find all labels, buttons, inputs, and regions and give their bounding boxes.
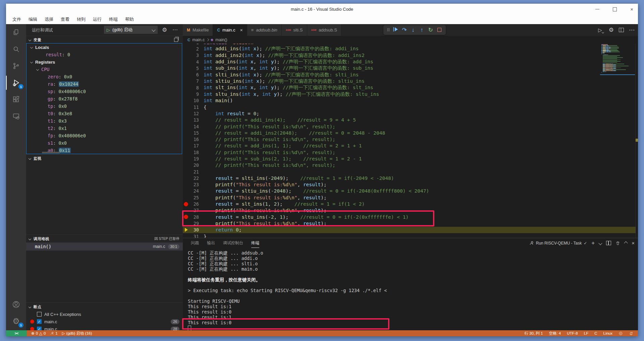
launch-settings-gear-icon[interactable]: ⚙	[162, 27, 167, 33]
run-or-debug-icon[interactable]: ▷	[598, 27, 604, 33]
breakpoints-section-header[interactable]: 断点	[26, 302, 183, 311]
continue-icon[interactable]	[391, 27, 400, 33]
close-panel-icon[interactable]: ×	[632, 240, 635, 246]
call-stack-section-header[interactable]: 调用堆栈 因 STEP 已暂停	[26, 234, 183, 243]
menu-item-查看[interactable]: 查看	[57, 16, 73, 22]
menu-item-选择[interactable]: 选择	[41, 16, 57, 22]
menu-item-转到[interactable]: 转到	[73, 16, 89, 22]
breakpoint-dot-icon[interactable]	[184, 215, 188, 219]
breakpoint-checkbox[interactable]	[37, 312, 42, 317]
terminal-dropdown-chevron-icon[interactable]	[599, 241, 602, 245]
status-item[interactable]: UTF-8	[567, 331, 578, 335]
extensions-icon[interactable]	[6, 91, 26, 108]
menu-item-终端[interactable]: 终端	[105, 16, 121, 22]
tab-close-icon[interactable]: ×	[240, 27, 243, 33]
status-item[interactable]: Linux	[603, 331, 613, 335]
debug-config-dropdown[interactable]: ▷ (gdb) 启动	[104, 26, 158, 34]
restart-icon[interactable]: ↻	[426, 26, 435, 33]
code-editor[interactable]: 1#include "stdio.h"2int addi_ins(int x);…	[183, 44, 636, 238]
variable-row[interactable]: ra: 0x10244	[26, 80, 182, 88]
editor-tab[interactable]: ASMaddsub.S	[307, 24, 342, 36]
editor-tab[interactable]: ≡addsub.bin	[247, 24, 282, 36]
variable-row[interactable]: Locals	[26, 44, 182, 51]
remote-indicator[interactable]: ><	[6, 330, 27, 336]
debug-session-status[interactable]: ▷ (gdb) 启动 (16)	[62, 331, 92, 336]
variable-row[interactable]: zero: 0x0	[26, 73, 182, 80]
feedback-smiley-icon[interactable]	[619, 331, 623, 336]
run-and-debug-icon[interactable]: 1	[6, 74, 26, 91]
locals-chevron-icon[interactable]	[30, 46, 33, 49]
breakpoint-checkbox[interactable]: ✓	[37, 319, 42, 324]
minimize-icon[interactable]	[595, 9, 599, 10]
call-stack-frame[interactable]: main() main.c 30:1	[26, 243, 183, 251]
close-icon[interactable]: ×	[630, 8, 633, 11]
breakpoint-row[interactable]: ✓main.c26	[26, 318, 183, 325]
menu-item-文件[interactable]: 文件	[9, 16, 25, 22]
breadcrumb[interactable]: C main.c ◈ main()	[183, 36, 638, 44]
breadcrumb-file[interactable]: main.c	[192, 38, 205, 42]
remote-explorer-icon[interactable]	[6, 108, 26, 125]
variable-row[interactable]: sp: 0x408006c0	[26, 88, 182, 95]
status-item[interactable]: 行 30, 列 1	[524, 331, 543, 336]
minimap[interactable]	[600, 44, 635, 75]
breakpoint-row[interactable]: All C++ Exceptions	[26, 311, 183, 318]
terminal-output[interactable]: CC -[M] 正在构建 ... addsub.oCC -[M] 正在构建 ..…	[188, 250, 635, 330]
collapse-all-icon[interactable]	[174, 38, 178, 42]
variable-row[interactable]: result: 0	[26, 51, 182, 58]
notifications-bell-icon[interactable]	[629, 331, 633, 336]
cpu-chevron-icon[interactable]	[36, 68, 39, 71]
status-item[interactable]: 空格: 4	[549, 331, 561, 336]
editor-scrollbar[interactable]	[635, 44, 638, 238]
variable-row[interactable]: gp: 0x278f8	[26, 95, 182, 103]
source-control-icon[interactable]	[6, 58, 26, 74]
settings-gear-icon[interactable]: ⚙ 1	[6, 313, 26, 330]
gutter-decoration[interactable]	[183, 228, 189, 232]
panel-tab-问题[interactable]: 问题	[191, 238, 199, 248]
step-into-icon[interactable]: ↓	[409, 27, 418, 33]
variable-row[interactable]: fp: 0x408006e0	[26, 132, 182, 139]
variables-tree[interactable]: Localsresult: 0RegistersCPUzero: 0x0ra: …	[26, 43, 182, 154]
editor-more-actions-icon[interactable]: ⋯	[629, 27, 635, 33]
panel-tab-输出[interactable]: 输出	[207, 238, 215, 248]
variable-row[interactable]: t1: 0x3	[26, 117, 182, 125]
explorer-icon[interactable]	[6, 24, 26, 41]
split-terminal-icon[interactable]	[606, 241, 611, 245]
start-debug-icon[interactable]: ▷	[107, 27, 110, 32]
editor-tab[interactable]: ASMslti.S	[282, 24, 307, 36]
running-tasks-status[interactable]: 1	[50, 331, 57, 335]
watch-section-header[interactable]: 监视	[26, 154, 183, 162]
drag-handle-icon[interactable]: ⠿	[387, 27, 390, 32]
gutter-decoration[interactable]	[183, 215, 189, 219]
maximize-panel-icon[interactable]	[624, 241, 628, 245]
status-item[interactable]: LF	[584, 331, 588, 335]
menu-item-编辑[interactable]: 编辑	[25, 16, 41, 22]
breakpoint-row[interactable]: ✓main.c28	[26, 325, 183, 330]
problems-status[interactable]: ⊗0 △0	[31, 331, 46, 336]
panel-tab-终端[interactable]: 终端	[251, 238, 259, 248]
restore-icon[interactable]	[613, 7, 617, 11]
stop-icon[interactable]	[435, 27, 444, 33]
registers-chevron-icon[interactable]	[30, 61, 33, 63]
gutter-decoration[interactable]	[183, 202, 189, 206]
variable-row[interactable]: Registers	[26, 58, 182, 66]
step-over-icon[interactable]: ↷	[400, 26, 409, 33]
variable-row[interactable]: s1: 0x0	[26, 139, 182, 147]
split-editor-icon[interactable]	[619, 28, 624, 32]
variable-row[interactable]: tp: 0x0	[26, 103, 182, 110]
breakpoint-dot-icon[interactable]	[184, 202, 188, 206]
editor-tab[interactable]: Cmain.c×	[213, 24, 247, 36]
variable-row[interactable]: t2: 0x1	[26, 125, 182, 132]
variable-row[interactable]: CPU	[26, 66, 182, 73]
editor-gear-icon[interactable]: ⚙	[609, 27, 614, 33]
panel-tab-调试控制台[interactable]: 调试控制台	[223, 238, 243, 248]
editor-tab[interactable]: MMakefile	[183, 24, 213, 36]
breakpoint-checkbox[interactable]: ✓	[37, 327, 42, 330]
variable-row[interactable]: t0: 0x3e8	[26, 110, 182, 117]
search-icon[interactable]	[6, 41, 26, 58]
variables-section-header[interactable]: 变量	[26, 36, 183, 44]
kill-terminal-trash-icon[interactable]	[615, 241, 620, 246]
account-icon[interactable]	[6, 296, 26, 313]
tree-scrollbar[interactable]	[42, 152, 60, 153]
menu-item-运行[interactable]: 运行	[89, 16, 105, 22]
debug-more-actions-icon[interactable]: ⋯	[172, 26, 178, 33]
